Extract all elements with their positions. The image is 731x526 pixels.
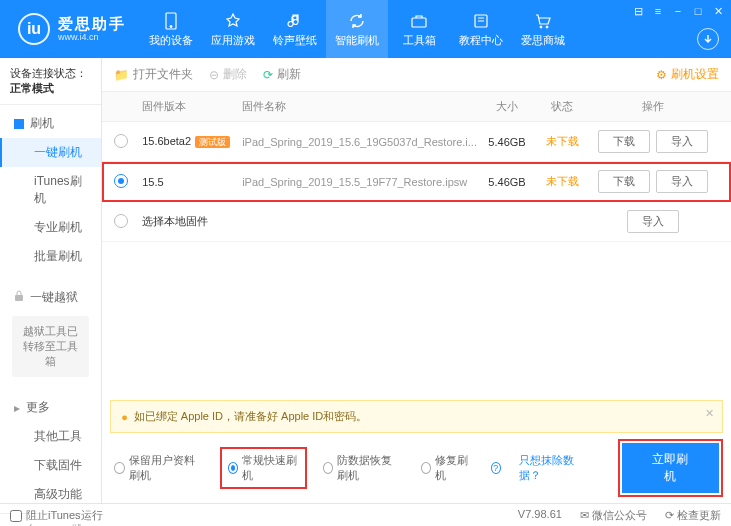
row-radio[interactable] — [114, 214, 128, 228]
open-folder-button[interactable]: 📁打开文件夹 — [114, 66, 193, 83]
app-logo: iu 爱思助手 www.i4.cn — [0, 0, 140, 58]
version-label: V7.98.61 — [518, 508, 562, 523]
refresh-icon — [347, 11, 367, 31]
sidebar-item-oneclick-flash[interactable]: 一键刷机 — [0, 138, 101, 167]
download-button[interactable]: 下载 — [598, 170, 650, 193]
check-update-link[interactable]: ⟳ 检查更新 — [665, 508, 721, 523]
sidebar-item-batch-flash[interactable]: 批量刷机 — [0, 242, 101, 271]
logo-icon: iu — [18, 13, 50, 45]
phone-icon — [161, 11, 181, 31]
sidebar-group-flash[interactable]: 刷机 — [0, 109, 101, 138]
book-icon — [471, 11, 491, 31]
import-button[interactable]: 导入 — [656, 130, 708, 153]
refresh-small-icon: ⟳ — [263, 68, 273, 82]
sidebar-item-download-fw[interactable]: 下载固件 — [0, 451, 101, 480]
flash-settings-button[interactable]: ⚙刷机设置 — [656, 66, 719, 83]
music-icon — [285, 11, 305, 31]
toolbox-icon — [409, 11, 429, 31]
refresh-button[interactable]: ⟳刷新 — [263, 66, 301, 83]
gear-icon: ⚙ — [656, 68, 667, 82]
wechat-link[interactable]: ✉ 微信公众号 — [580, 508, 647, 523]
feedback-icon[interactable]: ⊟ — [631, 4, 645, 18]
block-itunes-checkbox[interactable]: 阻止iTunes运行 — [10, 508, 103, 523]
close-icon[interactable]: ✕ — [711, 4, 725, 18]
folder-icon: 📁 — [114, 68, 129, 82]
table-row[interactable]: 15.5 iPad_Spring_2019_15.5_19F77_Restore… — [102, 162, 731, 202]
cart-icon — [533, 11, 553, 31]
option-normal-flash[interactable]: 常规快速刷机 — [222, 449, 305, 487]
row-radio[interactable] — [114, 174, 128, 188]
lock-icon — [14, 290, 24, 305]
nav-ringtones[interactable]: 铃声壁纸 — [264, 0, 326, 58]
alert-close-icon[interactable]: ✕ — [705, 407, 714, 420]
sidebar-item-pro-flash[interactable]: 专业刷机 — [0, 213, 101, 242]
nav-store[interactable]: 爱思商城 — [512, 0, 574, 58]
update-icon: ⟳ — [665, 509, 674, 521]
row-radio[interactable] — [114, 134, 128, 148]
nav-flash[interactable]: 智能刷机 — [326, 0, 388, 58]
svg-point-1 — [170, 25, 172, 27]
import-button[interactable]: 导入 — [656, 170, 708, 193]
apple-id-alert: ● 如已绑定 Apple ID，请准备好 Apple ID和密码。 ✕ — [110, 400, 723, 433]
option-repair-flash[interactable]: 修复刷机 — [421, 453, 473, 483]
app-name: 爱思助手 — [58, 15, 126, 32]
table-row[interactable]: 15.6beta2测试版 iPad_Spring_2019_15.6_19G50… — [102, 122, 731, 162]
option-anti-recovery[interactable]: 防数据恢复刷机 — [323, 453, 403, 483]
app-icon — [223, 11, 243, 31]
nav-my-device[interactable]: 我的设备 — [140, 0, 202, 58]
delete-button[interactable]: ⊖删除 — [209, 66, 247, 83]
sidebar-group-more[interactable]: ▸更多 — [0, 393, 101, 422]
square-icon — [14, 119, 24, 129]
flash-now-button[interactable]: 立即刷机 — [622, 443, 719, 493]
nav-apps[interactable]: 应用游戏 — [202, 0, 264, 58]
sidebar-item-advanced[interactable]: 高级功能 — [0, 480, 101, 509]
table-header: 固件版本 固件名称 大小 状态 操作 — [102, 92, 731, 122]
delete-icon: ⊖ — [209, 68, 219, 82]
sidebar-item-itunes-flash[interactable]: iTunes刷机 — [0, 167, 101, 213]
jailbreak-note: 越狱工具已转移至工具箱 — [12, 316, 89, 377]
beta-tag: 测试版 — [195, 136, 230, 148]
connection-status: 设备连接状态：正常模式 — [0, 58, 101, 105]
info-icon[interactable]: ? — [491, 462, 502, 474]
download-button[interactable]: 下载 — [598, 130, 650, 153]
erase-only-link[interactable]: 只想抹除数据？ — [519, 453, 585, 483]
minimize-icon[interactable]: − — [671, 4, 685, 18]
table-row-local[interactable]: 选择本地固件 导入 — [102, 202, 731, 242]
wechat-icon: ✉ — [580, 509, 589, 521]
svg-rect-2 — [412, 18, 426, 27]
sidebar-group-jailbreak[interactable]: 一键越狱 — [0, 283, 101, 312]
download-icon[interactable] — [697, 28, 719, 50]
import-button[interactable]: 导入 — [627, 210, 679, 233]
svg-rect-8 — [15, 295, 23, 301]
maximize-icon[interactable]: □ — [691, 4, 705, 18]
nav-tutorials[interactable]: 教程中心 — [450, 0, 512, 58]
svg-point-6 — [540, 26, 542, 28]
warning-icon: ● — [121, 411, 128, 423]
option-keep-data[interactable]: 保留用户资料刷机 — [114, 453, 204, 483]
svg-point-7 — [546, 26, 548, 28]
app-url: www.i4.cn — [58, 32, 126, 42]
menu-icon[interactable]: ≡ — [651, 4, 665, 18]
nav-toolbox[interactable]: 工具箱 — [388, 0, 450, 58]
sidebar-item-other-tools[interactable]: 其他工具 — [0, 422, 101, 451]
